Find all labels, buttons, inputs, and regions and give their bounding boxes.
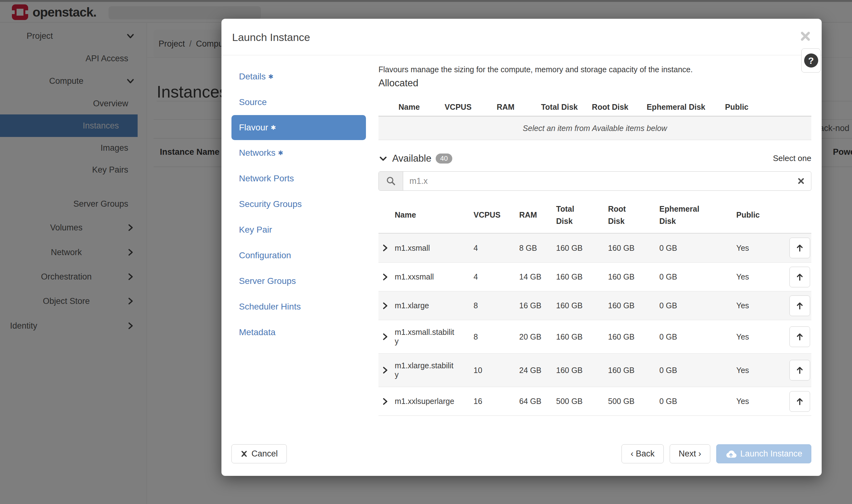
arrow-up-icon	[795, 365, 804, 375]
available-col-total-disk: Total Disk	[554, 203, 605, 227]
flavor-total-disk: 500 GB	[554, 397, 605, 406]
available-col-name: Name	[392, 209, 471, 221]
allocated-col-ephemeral-disk: Ephemeral Disk	[644, 103, 723, 112]
flavor-public: Yes	[734, 244, 786, 253]
step-key-pair[interactable]: Key Pair	[231, 217, 366, 242]
available-col-vcpus: VCPUS	[471, 209, 517, 221]
allocate-flavor-button[interactable]	[789, 267, 810, 287]
flavor-search-bar	[378, 171, 811, 191]
step-label: Configuration	[239, 250, 291, 260]
cancel-x-icon	[241, 450, 248, 457]
flavor-name: m1.xxlsuperlarge	[392, 397, 471, 406]
flavor-ram: 64 GB	[517, 397, 554, 406]
allocated-col-total-disk: Total Disk	[538, 103, 590, 112]
flavor-name: m1.xxsmall	[392, 272, 471, 282]
search-input[interactable]	[403, 172, 791, 191]
flavor-vcpus: 4	[471, 244, 517, 253]
flavor-ram: 8 GB	[517, 244, 554, 253]
flavor-total-disk: 160 GB	[554, 366, 605, 375]
expand-row-icon[interactable]	[378, 333, 392, 341]
flavor-public: Yes	[734, 301, 786, 310]
launch-instance-button[interactable]: Launch Instance	[716, 444, 811, 463]
next-button[interactable]: Next ›	[670, 444, 710, 463]
step-configuration[interactable]: Configuration	[231, 242, 366, 268]
flavor-root-disk: 160 GB	[605, 244, 657, 253]
allocated-col-root-disk: Root Disk	[589, 103, 644, 112]
flavor-ram: 24 GB	[517, 366, 554, 375]
available-section-header: Available 40 Select one	[378, 151, 811, 165]
step-label: Networks	[239, 148, 276, 158]
flavor-root-disk: 160 GB	[605, 301, 657, 310]
available-col-ram: RAM	[517, 209, 554, 221]
flavor-name: m1.xsmall.stability	[392, 328, 471, 346]
allocated-empty-row: Select an item from Available items belo…	[378, 116, 811, 140]
screen: openstack. ProjectAPI AccessComputeOverv…	[0, 0, 852, 504]
flavor-ram: 16 GB	[517, 301, 554, 310]
allocate-flavor-button[interactable]	[789, 326, 810, 347]
required-asterisk: ✱	[270, 124, 276, 131]
available-count-badge: 40	[436, 154, 452, 163]
flavor-row-m1.xlarge: m1.xlarge816 GB160 GB160 GB0 GBYes	[378, 291, 811, 320]
flavor-total-disk: 160 GB	[554, 244, 605, 253]
back-button[interactable]: ‹ Back	[621, 444, 664, 463]
step-network-ports[interactable]: Network Ports	[231, 166, 366, 191]
flavour-description: Flavours manage the sizing for the compu…	[378, 65, 693, 74]
step-security-groups[interactable]: Security Groups	[231, 191, 366, 217]
available-col-ephemeral-disk: Ephemeral Disk	[657, 203, 734, 227]
step-label: Flavour	[239, 123, 268, 132]
flavor-row-m1.xsmall: m1.xsmall48 GB160 GB160 GB0 GBYes	[378, 234, 811, 262]
available-heading: Available	[392, 153, 431, 164]
step-source[interactable]: Source	[231, 89, 366, 115]
allocated-col-ram: RAM	[494, 103, 538, 112]
expand-row-icon[interactable]	[378, 397, 392, 406]
allocated-heading: Allocated	[378, 77, 419, 89]
flavor-root-disk: 160 GB	[605, 332, 657, 341]
flavor-ephemeral-disk: 0 GB	[657, 397, 734, 406]
allocate-flavor-button[interactable]	[789, 238, 810, 258]
flavor-vcpus: 4	[471, 272, 517, 282]
step-label: Network Ports	[239, 174, 294, 183]
expand-row-icon[interactable]	[378, 273, 392, 281]
flavor-ram: 20 GB	[517, 332, 554, 341]
flavor-row-m1.xlarge.stability: m1.xlarge.stability1024 GB160 GB160 GB0 …	[378, 353, 811, 387]
flavor-ephemeral-disk: 0 GB	[657, 332, 734, 341]
expand-row-icon[interactable]	[378, 302, 392, 310]
allocate-flavor-button[interactable]	[789, 360, 810, 380]
step-metadata[interactable]: Metadata	[231, 320, 366, 345]
expand-row-icon[interactable]	[378, 366, 392, 374]
step-flavour[interactable]: Flavour✱	[231, 115, 366, 140]
step-networks[interactable]: Networks✱	[231, 140, 366, 166]
step-label: Key Pair	[239, 225, 272, 235]
flavor-root-disk: 160 GB	[605, 272, 657, 282]
allocated-table-header: NameVCPUSRAMTotal DiskRoot DiskEphemeral…	[378, 98, 811, 116]
flavor-name: m1.xsmall	[392, 244, 471, 253]
flavor-public: Yes	[734, 366, 786, 375]
modal-footer: Cancel ‹ Back Next › Launch Instance	[221, 444, 822, 476]
flavor-total-disk: 160 GB	[554, 272, 605, 282]
flavor-ephemeral-disk: 0 GB	[657, 366, 734, 375]
step-scheduler-hints[interactable]: Scheduler Hints	[231, 294, 366, 320]
modal-title: Launch Instance	[232, 31, 310, 43]
required-asterisk: ✱	[268, 73, 274, 80]
chevron-down-icon[interactable]	[378, 154, 388, 163]
step-server-groups[interactable]: Server Groups	[231, 268, 366, 294]
flavor-vcpus: 8	[471, 332, 517, 341]
allocated-col-vcpus: VCPUS	[442, 103, 494, 112]
flavor-row-m1.xsmall.stability: m1.xsmall.stability820 GB160 GB160 GB0 G…	[378, 320, 811, 353]
step-label: Security Groups	[239, 199, 302, 209]
cancel-button[interactable]: Cancel	[231, 444, 287, 463]
allocate-flavor-button[interactable]	[789, 295, 810, 316]
allocated-col-public: Public	[723, 103, 811, 112]
clear-search-icon[interactable]	[791, 172, 811, 191]
allocate-flavor-button[interactable]	[789, 391, 810, 412]
search-icon	[379, 172, 403, 191]
flavor-ephemeral-disk: 0 GB	[657, 272, 734, 282]
step-details[interactable]: Details✱	[231, 64, 366, 89]
available-col-public: Public	[734, 209, 786, 221]
flavor-vcpus: 16	[471, 397, 517, 406]
expand-row-icon[interactable]	[378, 244, 392, 252]
available-table-header: NameVCPUSRAMTotal DiskRoot DiskEphemeral…	[378, 197, 811, 234]
flavor-vcpus: 8	[471, 301, 517, 310]
select-one-hint: Select one	[773, 154, 811, 163]
flavor-row-m1.xxlsuperlarge: m1.xxlsuperlarge1664 GB500 GB500 GB0 GBY…	[378, 387, 811, 416]
